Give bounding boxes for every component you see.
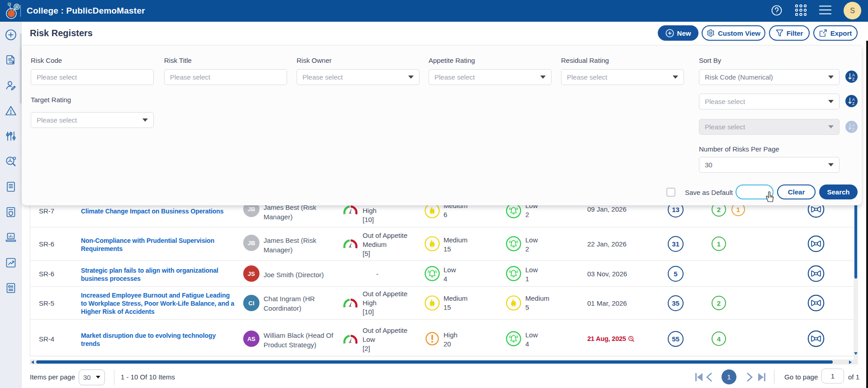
svg-text:Z: Z (852, 127, 854, 132)
svg-text:A: A (852, 73, 855, 77)
svg-text:A: A (852, 97, 855, 102)
svg-text:Z: Z (852, 77, 854, 81)
svg-text:A: A (852, 123, 855, 128)
svg-text:Z: Z (852, 101, 854, 106)
